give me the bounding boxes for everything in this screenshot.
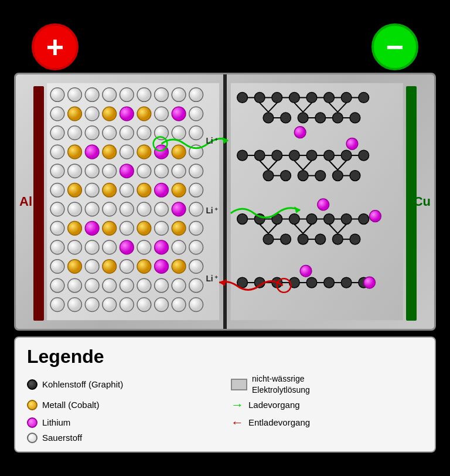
svg-point-141 xyxy=(237,151,248,161)
svg-point-213 xyxy=(341,278,352,288)
svg-point-96 xyxy=(120,278,134,293)
svg-line-156 xyxy=(260,161,268,170)
svg-point-8 xyxy=(155,88,169,102)
svg-point-71 xyxy=(155,222,169,236)
svg-point-92 xyxy=(50,278,64,293)
svg-point-82 xyxy=(189,240,203,254)
svg-line-189 xyxy=(268,225,277,234)
main-container: + − Al Cu xyxy=(8,23,442,452)
svg-point-93 xyxy=(68,278,82,293)
svg-point-73 xyxy=(189,222,203,236)
legend-label-lithium: Lithium xyxy=(42,417,70,427)
legend-label-entladevorgang: Entladevorgang xyxy=(248,417,310,427)
svg-point-2 xyxy=(50,88,64,102)
svg-point-133 xyxy=(281,113,291,123)
svg-text:+: + xyxy=(214,137,218,143)
svg-point-181 xyxy=(324,214,335,225)
svg-point-116 xyxy=(289,93,299,103)
svg-point-38 xyxy=(50,164,64,178)
svg-text:+: + xyxy=(214,206,218,212)
svg-point-217 xyxy=(346,138,358,150)
svg-point-203 xyxy=(254,278,265,288)
svg-point-83 xyxy=(50,260,64,274)
svg-point-151 xyxy=(324,151,335,161)
svg-point-85 xyxy=(85,260,99,274)
svg-point-197 xyxy=(315,234,326,245)
svg-rect-1 xyxy=(231,83,403,320)
svg-point-138 xyxy=(332,113,343,123)
svg-point-100 xyxy=(189,278,203,293)
svg-point-11 xyxy=(50,107,64,121)
svg-point-114 xyxy=(272,93,282,103)
svg-line-188 xyxy=(329,225,338,234)
svg-point-4 xyxy=(85,88,99,102)
svg-point-9 xyxy=(172,88,186,102)
svg-point-198 xyxy=(332,234,343,245)
left-electrode xyxy=(33,86,44,321)
svg-point-81 xyxy=(172,240,186,254)
svg-line-161 xyxy=(338,161,346,170)
legend-dot-white xyxy=(27,433,38,443)
svg-point-59 xyxy=(103,202,117,216)
svg-point-22 xyxy=(85,126,99,140)
svg-point-84 xyxy=(68,260,82,274)
legend-label-ladevorgang: Ladevorgang xyxy=(248,400,300,410)
svg-point-103 xyxy=(85,298,99,312)
legend-item-sauerstoff: Sauerstoff xyxy=(27,433,219,443)
svg-point-135 xyxy=(298,113,308,123)
svg-point-175 xyxy=(272,214,282,225)
legend-item-kohlenstoff: Kohlenstoff (Graphit) xyxy=(27,373,219,395)
svg-point-52 xyxy=(137,183,151,198)
svg-point-42 xyxy=(120,164,134,178)
svg-point-155 xyxy=(359,151,369,161)
svg-point-55 xyxy=(189,183,203,198)
svg-line-187 xyxy=(294,225,303,234)
svg-point-220 xyxy=(300,266,312,277)
svg-point-105 xyxy=(120,298,134,312)
svg-point-120 xyxy=(324,93,335,103)
svg-point-136 xyxy=(315,113,326,123)
svg-point-94 xyxy=(85,278,99,293)
svg-point-102 xyxy=(68,298,82,312)
svg-point-118 xyxy=(306,93,317,103)
svg-point-215 xyxy=(359,278,369,288)
svg-point-99 xyxy=(172,278,186,293)
svg-point-18 xyxy=(172,107,186,121)
legend-item-elektrolyt: nicht-wässrigeElektrolytlösung xyxy=(231,373,423,395)
svg-point-207 xyxy=(289,278,299,288)
svg-point-183 xyxy=(341,214,352,225)
svg-point-68 xyxy=(103,222,117,236)
svg-point-226 xyxy=(277,278,291,293)
svg-point-66 xyxy=(68,222,82,236)
svg-point-26 xyxy=(155,126,169,140)
legend: Legende Kohlenstoff (Graphit) nicht-wäss… xyxy=(14,336,436,452)
svg-point-89 xyxy=(155,260,169,274)
svg-point-87 xyxy=(120,260,134,274)
battery-body: Al Cu xyxy=(14,73,436,331)
svg-point-86 xyxy=(103,260,117,274)
svg-point-15 xyxy=(120,107,134,121)
terminals: + − xyxy=(8,23,442,70)
legend-item-empty xyxy=(231,433,423,443)
svg-point-218 xyxy=(318,199,329,210)
svg-point-37 xyxy=(189,145,203,159)
svg-point-110 xyxy=(237,93,248,103)
svg-point-122 xyxy=(341,93,352,103)
svg-point-171 xyxy=(237,214,248,225)
svg-point-143 xyxy=(254,151,265,161)
svg-point-80 xyxy=(155,240,169,254)
svg-line-159 xyxy=(268,161,277,170)
svg-point-60 xyxy=(120,202,134,216)
svg-point-170 xyxy=(350,171,360,181)
svg-point-7 xyxy=(137,88,151,102)
svg-point-64 xyxy=(189,202,203,216)
svg-point-16 xyxy=(137,107,151,121)
svg-point-14 xyxy=(103,107,117,121)
svg-point-164 xyxy=(281,171,291,181)
svg-point-211 xyxy=(324,278,335,288)
svg-point-185 xyxy=(359,214,369,225)
svg-point-107 xyxy=(155,298,169,312)
svg-point-21 xyxy=(68,126,82,140)
legend-items: Kohlenstoff (Graphit) nicht-wässrigeElek… xyxy=(27,373,423,443)
svg-point-35 xyxy=(155,145,169,159)
